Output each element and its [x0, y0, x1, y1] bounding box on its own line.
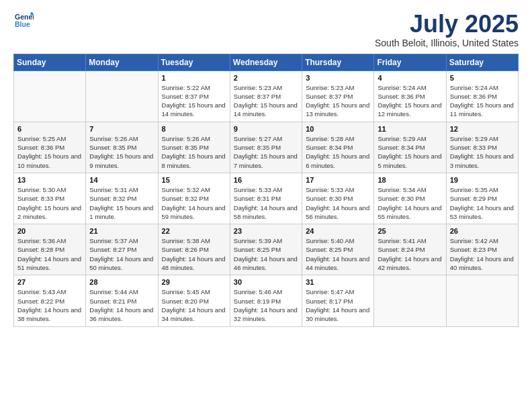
- calendar-cell: 9Sunrise: 5:27 AM Sunset: 8:35 PM Daylig…: [230, 122, 302, 173]
- day-info: Sunrise: 5:35 AM Sunset: 8:29 PM Dayligh…: [450, 185, 515, 221]
- day-info: Sunrise: 5:33 AM Sunset: 8:30 PM Dayligh…: [306, 185, 370, 221]
- day-number: 27: [17, 278, 82, 286]
- title-block: July 2025 South Beloit, Illinois, United…: [375, 11, 519, 48]
- day-number: 2: [234, 74, 298, 82]
- calendar-cell: 27Sunrise: 5:43 AM Sunset: 8:22 PM Dayli…: [14, 275, 86, 326]
- calendar-cell: 8Sunrise: 5:26 AM Sunset: 8:35 PM Daylig…: [158, 122, 230, 173]
- weekday-header-saturday: Saturday: [446, 54, 518, 71]
- calendar-cell: 1Sunrise: 5:22 AM Sunset: 8:37 PM Daylig…: [158, 71, 230, 122]
- calendar-cell: [374, 275, 446, 326]
- logo-icon: General Blue: [15, 11, 34, 30]
- day-info: Sunrise: 5:28 AM Sunset: 8:34 PM Dayligh…: [306, 134, 370, 170]
- day-info: Sunrise: 5:38 AM Sunset: 8:26 PM Dayligh…: [162, 236, 226, 272]
- day-number: 15: [162, 176, 226, 184]
- calendar-week-3: 13Sunrise: 5:30 AM Sunset: 8:33 PM Dayli…: [14, 173, 519, 224]
- day-number: 24: [306, 227, 370, 235]
- calendar-week-5: 27Sunrise: 5:43 AM Sunset: 8:22 PM Dayli…: [14, 275, 519, 326]
- day-info: Sunrise: 5:42 AM Sunset: 8:23 PM Dayligh…: [450, 236, 515, 272]
- calendar-week-4: 20Sunrise: 5:36 AM Sunset: 8:28 PM Dayli…: [14, 224, 519, 275]
- day-number: 20: [17, 227, 82, 235]
- calendar-cell: [446, 275, 518, 326]
- day-number: 18: [378, 176, 442, 184]
- calendar-cell: 3Sunrise: 5:23 AM Sunset: 8:37 PM Daylig…: [302, 71, 374, 122]
- day-info: Sunrise: 5:41 AM Sunset: 8:24 PM Dayligh…: [378, 236, 442, 272]
- day-info: Sunrise: 5:44 AM Sunset: 8:21 PM Dayligh…: [89, 287, 154, 323]
- day-number: 19: [450, 176, 515, 184]
- weekday-header-thursday: Thursday: [302, 54, 374, 71]
- day-number: 26: [450, 227, 515, 235]
- logo: General Blue: [13, 11, 34, 32]
- day-info: Sunrise: 5:30 AM Sunset: 8:33 PM Dayligh…: [17, 185, 82, 221]
- calendar-cell: 12Sunrise: 5:29 AM Sunset: 8:33 PM Dayli…: [446, 122, 518, 173]
- weekday-header-friday: Friday: [374, 54, 446, 71]
- day-number: 30: [234, 278, 298, 286]
- calendar-cell: [14, 71, 86, 122]
- day-number: 23: [234, 227, 298, 235]
- calendar-cell: 13Sunrise: 5:30 AM Sunset: 8:33 PM Dayli…: [14, 173, 86, 224]
- svg-text:Blue: Blue: [15, 20, 30, 28]
- page-header: General Blue July 2025 South Beloit, Ill…: [13, 11, 519, 48]
- day-info: Sunrise: 5:40 AM Sunset: 8:25 PM Dayligh…: [306, 236, 370, 272]
- day-number: 11: [378, 125, 442, 133]
- day-number: 9: [234, 125, 298, 133]
- calendar-cell: 26Sunrise: 5:42 AM Sunset: 8:23 PM Dayli…: [446, 224, 518, 275]
- day-info: Sunrise: 5:29 AM Sunset: 8:34 PM Dayligh…: [378, 134, 442, 170]
- calendar-cell: 29Sunrise: 5:45 AM Sunset: 8:20 PM Dayli…: [158, 275, 230, 326]
- day-number: 5: [450, 74, 515, 82]
- day-info: Sunrise: 5:22 AM Sunset: 8:37 PM Dayligh…: [162, 83, 226, 119]
- weekday-header-wednesday: Wednesday: [230, 54, 302, 71]
- month-year-title: July 2025: [375, 11, 519, 38]
- day-number: 22: [162, 227, 226, 235]
- day-number: 4: [378, 74, 442, 82]
- day-info: Sunrise: 5:26 AM Sunset: 8:35 PM Dayligh…: [162, 134, 226, 170]
- day-info: Sunrise: 5:36 AM Sunset: 8:28 PM Dayligh…: [17, 236, 82, 272]
- day-number: 12: [450, 125, 515, 133]
- calendar-cell: 4Sunrise: 5:24 AM Sunset: 8:36 PM Daylig…: [374, 71, 446, 122]
- calendar-cell: [86, 71, 158, 122]
- calendar-cell: 17Sunrise: 5:33 AM Sunset: 8:30 PM Dayli…: [302, 173, 374, 224]
- calendar-cell: 28Sunrise: 5:44 AM Sunset: 8:21 PM Dayli…: [86, 275, 158, 326]
- day-number: 1: [162, 74, 226, 82]
- day-info: Sunrise: 5:31 AM Sunset: 8:32 PM Dayligh…: [89, 185, 154, 221]
- day-number: 25: [378, 227, 442, 235]
- calendar-cell: 23Sunrise: 5:39 AM Sunset: 8:25 PM Dayli…: [230, 224, 302, 275]
- day-info: Sunrise: 5:32 AM Sunset: 8:32 PM Dayligh…: [162, 185, 226, 221]
- calendar-cell: 14Sunrise: 5:31 AM Sunset: 8:32 PM Dayli…: [86, 173, 158, 224]
- day-info: Sunrise: 5:29 AM Sunset: 8:33 PM Dayligh…: [450, 134, 515, 170]
- calendar-table: SundayMondayTuesdayWednesdayThursdayFrid…: [13, 54, 519, 327]
- weekday-header-sunday: Sunday: [14, 54, 86, 71]
- day-info: Sunrise: 5:37 AM Sunset: 8:27 PM Dayligh…: [89, 236, 154, 272]
- day-number: 17: [306, 176, 370, 184]
- day-number: 3: [306, 74, 370, 82]
- calendar-cell: 20Sunrise: 5:36 AM Sunset: 8:28 PM Dayli…: [14, 224, 86, 275]
- day-number: 6: [17, 125, 82, 133]
- day-info: Sunrise: 5:45 AM Sunset: 8:20 PM Dayligh…: [162, 287, 226, 323]
- day-number: 13: [17, 176, 82, 184]
- calendar-cell: 25Sunrise: 5:41 AM Sunset: 8:24 PM Dayli…: [374, 224, 446, 275]
- day-number: 21: [89, 227, 154, 235]
- day-number: 10: [306, 125, 370, 133]
- day-info: Sunrise: 5:34 AM Sunset: 8:30 PM Dayligh…: [378, 185, 442, 221]
- day-info: Sunrise: 5:24 AM Sunset: 8:36 PM Dayligh…: [378, 83, 442, 119]
- day-info: Sunrise: 5:33 AM Sunset: 8:31 PM Dayligh…: [234, 185, 298, 221]
- weekday-header-monday: Monday: [86, 54, 158, 71]
- day-info: Sunrise: 5:25 AM Sunset: 8:36 PM Dayligh…: [17, 134, 82, 170]
- calendar-cell: 10Sunrise: 5:28 AM Sunset: 8:34 PM Dayli…: [302, 122, 374, 173]
- calendar-cell: 24Sunrise: 5:40 AM Sunset: 8:25 PM Dayli…: [302, 224, 374, 275]
- day-number: 8: [162, 125, 226, 133]
- calendar-header-row: SundayMondayTuesdayWednesdayThursdayFrid…: [14, 54, 519, 71]
- day-info: Sunrise: 5:23 AM Sunset: 8:37 PM Dayligh…: [234, 83, 298, 119]
- calendar-cell: 18Sunrise: 5:34 AM Sunset: 8:30 PM Dayli…: [374, 173, 446, 224]
- day-info: Sunrise: 5:46 AM Sunset: 8:19 PM Dayligh…: [234, 287, 298, 323]
- calendar-week-1: 1Sunrise: 5:22 AM Sunset: 8:37 PM Daylig…: [14, 71, 519, 122]
- calendar-cell: 30Sunrise: 5:46 AM Sunset: 8:19 PM Dayli…: [230, 275, 302, 326]
- day-number: 14: [89, 176, 154, 184]
- day-info: Sunrise: 5:26 AM Sunset: 8:35 PM Dayligh…: [89, 134, 154, 170]
- day-info: Sunrise: 5:43 AM Sunset: 8:22 PM Dayligh…: [17, 287, 82, 323]
- calendar-cell: 22Sunrise: 5:38 AM Sunset: 8:26 PM Dayli…: [158, 224, 230, 275]
- day-info: Sunrise: 5:39 AM Sunset: 8:25 PM Dayligh…: [234, 236, 298, 272]
- location-subtitle: South Beloit, Illinois, United States: [375, 38, 519, 48]
- day-number: 31: [306, 278, 370, 286]
- calendar-cell: 15Sunrise: 5:32 AM Sunset: 8:32 PM Dayli…: [158, 173, 230, 224]
- day-number: 29: [162, 278, 226, 286]
